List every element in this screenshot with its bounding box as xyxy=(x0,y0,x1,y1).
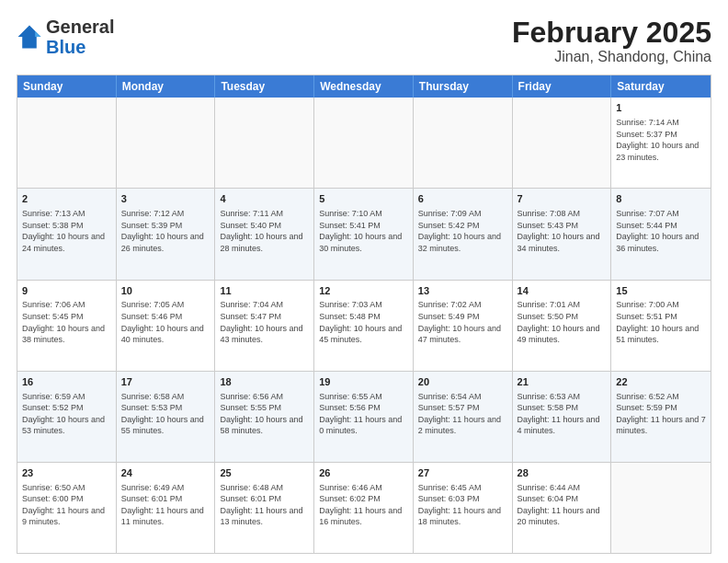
cell-details: Sunrise: 6:44 AM Sunset: 6:04 PM Dayligh… xyxy=(518,482,607,528)
calendar-cell: 9Sunrise: 7:06 AM Sunset: 5:45 PM Daylig… xyxy=(17,281,117,371)
cell-details: Sunrise: 6:46 AM Sunset: 6:02 PM Dayligh… xyxy=(319,482,408,528)
day-number: 4 xyxy=(220,192,309,206)
day-number: 22 xyxy=(616,375,706,389)
cell-details: Sunrise: 6:56 AM Sunset: 5:55 PM Dayligh… xyxy=(220,391,309,437)
day-number: 2 xyxy=(22,192,111,206)
cell-details: Sunrise: 7:04 AM Sunset: 5:47 PM Dayligh… xyxy=(220,299,309,345)
day-number: 24 xyxy=(121,466,210,480)
weekday-header: Sunday xyxy=(17,75,117,98)
calendar-cell xyxy=(513,98,612,188)
calendar-cell: 19Sunrise: 6:55 AM Sunset: 5:56 PM Dayli… xyxy=(314,372,414,462)
day-number: 14 xyxy=(518,284,607,298)
weekday-header: Tuesday xyxy=(215,75,314,98)
calendar-cell: 7Sunrise: 7:08 AM Sunset: 5:43 PM Daylig… xyxy=(513,189,612,279)
calendar-cell: 24Sunrise: 6:49 AM Sunset: 6:01 PM Dayli… xyxy=(117,463,216,553)
cell-details: Sunrise: 6:53 AM Sunset: 5:58 PM Dayligh… xyxy=(518,391,607,437)
calendar-title: February 2025 xyxy=(512,17,711,49)
calendar-row: 9Sunrise: 7:06 AM Sunset: 5:45 PM Daylig… xyxy=(17,281,711,372)
calendar-cell: 3Sunrise: 7:12 AM Sunset: 5:39 PM Daylig… xyxy=(117,189,216,279)
calendar-cell: 18Sunrise: 6:56 AM Sunset: 5:55 PM Dayli… xyxy=(215,372,314,462)
calendar: SundayMondayTuesdayWednesdayThursdayFrid… xyxy=(17,75,711,554)
day-number: 12 xyxy=(319,284,408,298)
calendar-cell: 16Sunrise: 6:59 AM Sunset: 5:52 PM Dayli… xyxy=(17,372,117,462)
calendar-cell: 5Sunrise: 7:10 AM Sunset: 5:41 PM Daylig… xyxy=(314,189,414,279)
calendar-subtitle: Jinan, Shandong, China xyxy=(512,49,711,65)
cell-details: Sunrise: 6:50 AM Sunset: 6:00 PM Dayligh… xyxy=(22,482,111,528)
page: General Blue February 2025 Jinan, Shando… xyxy=(0,0,728,563)
cell-details: Sunrise: 7:07 AM Sunset: 5:44 PM Dayligh… xyxy=(616,208,706,254)
weekday-header: Thursday xyxy=(414,75,513,98)
logo-blue: Blue xyxy=(46,37,85,57)
day-number: 7 xyxy=(518,192,607,206)
cell-details: Sunrise: 6:55 AM Sunset: 5:56 PM Dayligh… xyxy=(319,391,408,437)
cell-details: Sunrise: 6:58 AM Sunset: 5:53 PM Dayligh… xyxy=(121,391,210,437)
cell-details: Sunrise: 6:48 AM Sunset: 6:01 PM Dayligh… xyxy=(220,482,309,528)
day-number: 23 xyxy=(22,466,111,480)
calendar-row: 2Sunrise: 7:13 AM Sunset: 5:38 PM Daylig… xyxy=(17,189,711,280)
calendar-cell: 14Sunrise: 7:01 AM Sunset: 5:50 PM Dayli… xyxy=(513,281,612,371)
calendar-cell: 28Sunrise: 6:44 AM Sunset: 6:04 PM Dayli… xyxy=(513,463,612,553)
calendar-cell: 10Sunrise: 7:05 AM Sunset: 5:46 PM Dayli… xyxy=(117,281,216,371)
cell-details: Sunrise: 6:52 AM Sunset: 5:59 PM Dayligh… xyxy=(616,391,706,437)
cell-details: Sunrise: 7:03 AM Sunset: 5:48 PM Dayligh… xyxy=(319,299,408,345)
cell-details: Sunrise: 7:05 AM Sunset: 5:46 PM Dayligh… xyxy=(121,299,210,345)
day-number: 5 xyxy=(319,192,408,206)
header: General Blue February 2025 Jinan, Shando… xyxy=(17,17,711,65)
calendar-row: 1Sunrise: 7:14 AM Sunset: 5:37 PM Daylig… xyxy=(17,98,711,189)
day-number: 18 xyxy=(220,375,309,389)
cell-details: Sunrise: 7:09 AM Sunset: 5:42 PM Dayligh… xyxy=(418,208,507,254)
cell-details: Sunrise: 6:49 AM Sunset: 6:01 PM Dayligh… xyxy=(121,482,210,528)
day-number: 28 xyxy=(518,466,607,480)
cell-details: Sunrise: 7:14 AM Sunset: 5:37 PM Dayligh… xyxy=(616,117,706,163)
day-number: 10 xyxy=(121,284,210,298)
logo-text: General Blue xyxy=(46,17,114,57)
logo-general: General xyxy=(46,17,114,37)
calendar-cell xyxy=(314,98,414,188)
day-number: 1 xyxy=(616,101,706,115)
cell-details: Sunrise: 7:02 AM Sunset: 5:49 PM Dayligh… xyxy=(418,299,507,345)
calendar-cell: 20Sunrise: 6:54 AM Sunset: 5:57 PM Dayli… xyxy=(414,372,513,462)
day-number: 20 xyxy=(418,375,507,389)
cell-details: Sunrise: 6:59 AM Sunset: 5:52 PM Dayligh… xyxy=(22,391,111,437)
calendar-cell: 4Sunrise: 7:11 AM Sunset: 5:40 PM Daylig… xyxy=(215,189,314,279)
logo: General Blue xyxy=(17,17,114,57)
cell-details: Sunrise: 7:11 AM Sunset: 5:40 PM Dayligh… xyxy=(220,208,309,254)
cell-details: Sunrise: 6:54 AM Sunset: 5:57 PM Dayligh… xyxy=(418,391,507,437)
day-number: 11 xyxy=(220,284,309,298)
day-number: 21 xyxy=(518,375,607,389)
calendar-cell: 1Sunrise: 7:14 AM Sunset: 5:37 PM Daylig… xyxy=(611,98,711,188)
day-number: 9 xyxy=(22,284,111,298)
calendar-cell xyxy=(17,98,117,188)
calendar-cell: 25Sunrise: 6:48 AM Sunset: 6:01 PM Dayli… xyxy=(215,463,314,553)
day-number: 27 xyxy=(418,466,507,480)
calendar-cell xyxy=(611,463,711,553)
day-number: 15 xyxy=(616,284,706,298)
calendar-cell xyxy=(215,98,314,188)
calendar-cell: 26Sunrise: 6:46 AM Sunset: 6:02 PM Dayli… xyxy=(314,463,414,553)
cell-details: Sunrise: 7:12 AM Sunset: 5:39 PM Dayligh… xyxy=(121,208,210,254)
calendar-header: SundayMondayTuesdayWednesdayThursdayFrid… xyxy=(17,75,711,98)
calendar-body: 1Sunrise: 7:14 AM Sunset: 5:37 PM Daylig… xyxy=(17,98,711,553)
day-number: 6 xyxy=(418,192,507,206)
cell-details: Sunrise: 7:01 AM Sunset: 5:50 PM Dayligh… xyxy=(518,299,607,345)
day-number: 19 xyxy=(319,375,408,389)
cell-details: Sunrise: 7:08 AM Sunset: 5:43 PM Dayligh… xyxy=(518,208,607,254)
calendar-cell: 11Sunrise: 7:04 AM Sunset: 5:47 PM Dayli… xyxy=(215,281,314,371)
calendar-row: 23Sunrise: 6:50 AM Sunset: 6:00 PM Dayli… xyxy=(17,463,711,553)
calendar-cell: 6Sunrise: 7:09 AM Sunset: 5:42 PM Daylig… xyxy=(414,189,513,279)
cell-details: Sunrise: 7:13 AM Sunset: 5:38 PM Dayligh… xyxy=(22,208,111,254)
cell-details: Sunrise: 7:06 AM Sunset: 5:45 PM Dayligh… xyxy=(22,299,111,345)
calendar-cell xyxy=(414,98,513,188)
logo-icon xyxy=(17,24,42,50)
calendar-cell: 2Sunrise: 7:13 AM Sunset: 5:38 PM Daylig… xyxy=(17,189,117,279)
calendar-cell: 12Sunrise: 7:03 AM Sunset: 5:48 PM Dayli… xyxy=(314,281,414,371)
calendar-cell: 22Sunrise: 6:52 AM Sunset: 5:59 PM Dayli… xyxy=(611,372,711,462)
day-number: 13 xyxy=(418,284,507,298)
weekday-header: Saturday xyxy=(611,75,711,98)
calendar-cell: 27Sunrise: 6:45 AM Sunset: 6:03 PM Dayli… xyxy=(414,463,513,553)
calendar-cell xyxy=(117,98,216,188)
weekday-header: Friday xyxy=(513,75,612,98)
calendar-cell: 8Sunrise: 7:07 AM Sunset: 5:44 PM Daylig… xyxy=(611,189,711,279)
day-number: 26 xyxy=(319,466,408,480)
day-number: 3 xyxy=(121,192,210,206)
